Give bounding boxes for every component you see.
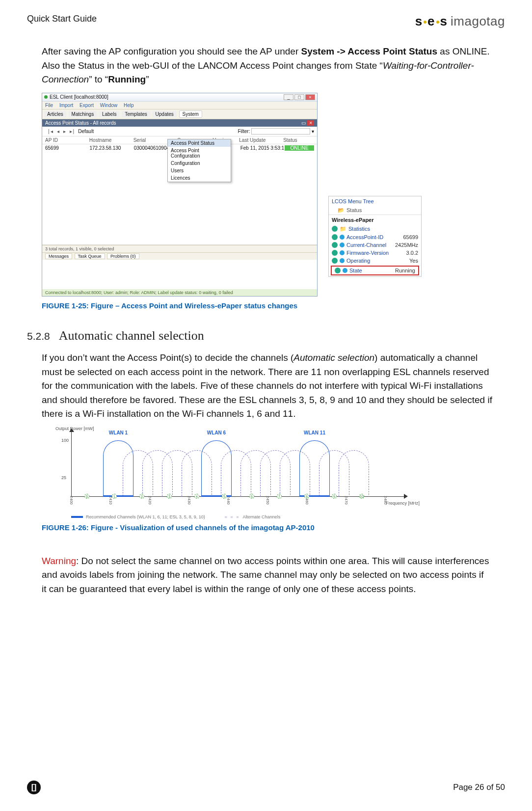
- dropdown-item-users[interactable]: Users: [168, 167, 231, 174]
- toolbar: |◂ ◂ ▸ ▸| Default Filter: ▾: [42, 127, 317, 136]
- esl-channel-marker: 1: [112, 494, 117, 499]
- menu-help[interactable]: Help: [124, 103, 134, 108]
- x-tick: 2480: [383, 496, 388, 505]
- col-host[interactable]: Hostname: [89, 137, 133, 143]
- col-apid[interactable]: AP ID: [45, 137, 89, 143]
- nav-last-icon[interactable]: ▸|: [70, 129, 76, 134]
- panel-title: Access Point Status - All records: [45, 120, 116, 126]
- page-header: Quick Start Guide ses imagotag: [27, 14, 505, 29]
- info-icon: [340, 243, 345, 247]
- tab-problems[interactable]: Problems (0): [107, 253, 139, 259]
- arrow-up-icon: [69, 428, 74, 432]
- menu-file[interactable]: File: [45, 103, 53, 108]
- figure-25-caption: FIGURE 1-25: Figure – Access Point and W…: [42, 301, 505, 310]
- text-bold: System -> Access Point Status: [301, 46, 438, 56]
- brand-logo: ses imagotag: [415, 14, 505, 29]
- logo-ses: ses: [415, 14, 448, 29]
- connection-status: Connected to localhost:8000; User: admin…: [42, 289, 317, 296]
- close-button[interactable]: ×: [305, 94, 315, 100]
- legend-alternate: Alternate Channels: [225, 514, 280, 519]
- tab-task-queue[interactable]: Task Queue: [75, 253, 105, 259]
- lcos-title: LCOS Menu Tree: [329, 196, 421, 206]
- menu-export[interactable]: Export: [80, 103, 94, 108]
- section-heading: 5.2.8 Automatic channel selection: [27, 328, 505, 343]
- cell-host: 172.23.58.130: [89, 145, 133, 151]
- warning-paragraph: Warning: Do not select the same channel …: [42, 554, 490, 596]
- tab-labels[interactable]: Labels: [99, 111, 119, 118]
- nav-prev-icon[interactable]: ◂: [57, 129, 60, 134]
- figure-26-caption: FIGURE 1-26: Figure - Visualization of u…: [42, 523, 505, 532]
- filter-group: Filter: ▾: [238, 128, 314, 135]
- nav-first-icon[interactable]: |◂: [48, 129, 54, 134]
- page: Quick Start Guide ses imagotag After sav…: [0, 0, 532, 811]
- lcos-item-channel[interactable]: Current-Channel2425MHz: [329, 241, 421, 249]
- nav-next-icon[interactable]: ▸: [63, 129, 67, 134]
- filter-input[interactable]: [251, 128, 310, 135]
- label: Operating: [346, 258, 407, 264]
- lcos-item-operating[interactable]: OperatingYes: [329, 257, 421, 265]
- window-title: ESL Client [localhost:8000]: [50, 94, 108, 100]
- y-tick-100: 100: [61, 438, 69, 443]
- help-icon: [332, 258, 338, 264]
- tab-templates[interactable]: Templates: [122, 111, 150, 118]
- help-icon: [332, 226, 338, 232]
- dropdown-item-ap-config[interactable]: Access Point Configuration: [168, 147, 231, 160]
- section-title: Automatic channel selection: [59, 328, 204, 343]
- chart-legend: Recommended Channels (WLAN 1, 6, 11; ESL…: [71, 514, 280, 519]
- label: Statistics: [348, 226, 418, 232]
- lcos-section: Wireless-ePaper: [329, 215, 421, 225]
- lcos-folder-status[interactable]: Status: [329, 206, 421, 215]
- help-icon: [332, 234, 338, 240]
- esl-channel-marker: 9: [332, 494, 337, 499]
- filter-dropdown-icon[interactable]: ▾: [312, 129, 314, 134]
- value: 2425MHz: [395, 242, 418, 248]
- text-italic: Automatic selection: [293, 352, 374, 363]
- message-tabs: Messages Task Queue Problems (0): [42, 253, 317, 260]
- dropdown-item-ap-status[interactable]: Access Point Status: [168, 139, 231, 147]
- tab-articles[interactable]: Articles: [44, 111, 66, 118]
- lcos-item-state[interactable]: StateRunning: [331, 266, 419, 275]
- minimize-button[interactable]: _: [284, 94, 293, 100]
- label: State: [349, 268, 393, 273]
- lcos-item-statistics[interactable]: 📁Statistics: [329, 225, 421, 233]
- tab-messages[interactable]: Messages: [45, 253, 72, 259]
- col-status[interactable]: Status: [283, 137, 314, 143]
- folder-icon: 📁: [340, 226, 346, 232]
- label: AccessPoint-ID: [346, 234, 401, 240]
- info-icon: [340, 235, 345, 240]
- window-titlebar[interactable]: ESL Client [localhost:8000] _ □ ×: [42, 93, 317, 102]
- panel-min-icon[interactable]: ▭: [301, 120, 306, 126]
- tab-updates[interactable]: Updates: [153, 111, 177, 118]
- col-upd[interactable]: Last Update: [239, 137, 283, 143]
- help-icon: [332, 250, 338, 256]
- esl-channel-marker: 3: [167, 494, 172, 499]
- x-tick: 2420: [148, 496, 152, 505]
- y-axis: [71, 431, 72, 497]
- panel-close-icon[interactable]: ×: [307, 120, 314, 126]
- channel-chart: Output Power [mW] Frequency [MHz] 100 25…: [42, 426, 420, 519]
- wlan-label: WLAN 6: [207, 430, 226, 435]
- dropdown-item-config[interactable]: Configuration: [168, 160, 231, 167]
- footer-mark-icon: []: [27, 781, 41, 794]
- profile-default[interactable]: Default: [78, 129, 94, 134]
- maximize-button[interactable]: □: [294, 94, 304, 100]
- value: Running: [395, 268, 415, 273]
- page-footer: [] Page 26 of 50: [27, 781, 505, 794]
- text: If you don’t want the Access Point(s) to…: [42, 352, 293, 363]
- lcos-item-apid[interactable]: AccessPoint-ID65699: [329, 233, 421, 241]
- dropdown-item-licences[interactable]: Licences: [168, 174, 231, 182]
- alt-wlan-curve: [339, 450, 369, 497]
- warning-label: Warning: [42, 556, 76, 566]
- cell-apid: 65699: [45, 145, 89, 151]
- x-tick: 2470: [344, 496, 348, 505]
- value: 65699: [403, 234, 418, 240]
- x-tick: 2400: [69, 496, 74, 505]
- lcos-item-fw[interactable]: Firmware-Version3.0.2: [329, 249, 421, 257]
- text-bold: Running: [108, 74, 146, 84]
- help-icon: [335, 268, 341, 273]
- menu-window[interactable]: Window: [100, 103, 118, 108]
- tab-system[interactable]: System: [179, 110, 202, 118]
- tab-matchings[interactable]: Matchings: [69, 111, 97, 118]
- status-dot-icon: [44, 95, 48, 99]
- menu-import[interactable]: Import: [59, 103, 73, 108]
